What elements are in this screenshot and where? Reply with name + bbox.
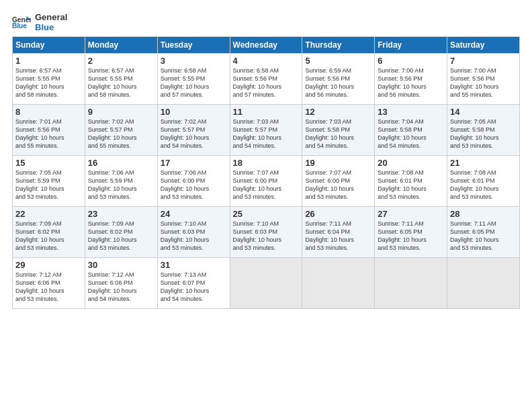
cell-info: Sunrise: 7:07 AM Sunset: 6:00 PM Dayligh…	[305, 169, 371, 201]
calendar-cell: 18Sunrise: 7:07 AM Sunset: 6:00 PM Dayli…	[230, 156, 302, 207]
cell-info: Sunrise: 7:11 AM Sunset: 6:05 PM Dayligh…	[450, 220, 517, 253]
calendar-cell	[447, 258, 520, 309]
day-number: 30	[88, 260, 154, 270]
day-number: 12	[305, 107, 371, 117]
cell-info: Sunrise: 7:04 AM Sunset: 5:58 PM Dayligh…	[378, 118, 444, 150]
cell-info: Sunrise: 6:59 AM Sunset: 5:56 PM Dayligh…	[305, 66, 371, 99]
day-number: 16	[88, 158, 154, 168]
calendar-cell: 12Sunrise: 7:03 AM Sunset: 5:58 PM Dayli…	[302, 105, 375, 156]
calendar-cell: 16Sunrise: 7:06 AM Sunset: 5:59 PM Dayli…	[85, 156, 157, 207]
calendar-cell: 27Sunrise: 7:11 AM Sunset: 6:05 PM Dayli…	[375, 207, 447, 258]
day-number: 23	[88, 209, 154, 219]
cell-info: Sunrise: 7:03 AM Sunset: 5:57 PM Dayligh…	[233, 118, 300, 150]
day-header-friday: Friday	[375, 37, 447, 54]
calendar-cell	[230, 258, 302, 309]
cell-info: Sunrise: 7:05 AM Sunset: 5:58 PM Dayligh…	[450, 118, 517, 150]
day-header-thursday: Thursday	[302, 37, 375, 54]
day-number: 13	[378, 107, 444, 117]
day-number: 25	[233, 209, 300, 219]
cell-info: Sunrise: 7:07 AM Sunset: 6:00 PM Dayligh…	[233, 169, 300, 201]
week-row-4: 22Sunrise: 7:09 AM Sunset: 6:02 PM Dayli…	[13, 207, 520, 258]
day-header-monday: Monday	[85, 37, 157, 54]
calendar-cell: 25Sunrise: 7:10 AM Sunset: 6:03 PM Dayli…	[230, 207, 302, 258]
calendar-cell: 4Sunrise: 6:58 AM Sunset: 5:56 PM Daylig…	[230, 54, 302, 105]
calendar-cell: 21Sunrise: 7:08 AM Sunset: 6:01 PM Dayli…	[447, 156, 520, 207]
week-row-1: 1Sunrise: 6:57 AM Sunset: 5:55 PM Daylig…	[13, 54, 520, 105]
days-header-row: SundayMondayTuesdayWednesdayThursdayFrid…	[13, 37, 520, 54]
calendar-cell: 6Sunrise: 7:00 AM Sunset: 5:56 PM Daylig…	[375, 54, 447, 105]
calendar-cell: 17Sunrise: 7:06 AM Sunset: 6:00 PM Dayli…	[157, 156, 230, 207]
cell-info: Sunrise: 7:11 AM Sunset: 6:05 PM Dayligh…	[378, 220, 444, 253]
day-number: 28	[450, 209, 517, 219]
calendar-cell: 20Sunrise: 7:08 AM Sunset: 6:01 PM Dayli…	[375, 156, 447, 207]
cell-info: Sunrise: 6:57 AM Sunset: 5:55 PM Dayligh…	[15, 66, 82, 99]
day-header-tuesday: Tuesday	[157, 37, 230, 54]
day-number: 31	[161, 260, 227, 270]
day-number: 9	[88, 107, 154, 117]
cell-info: Sunrise: 6:58 AM Sunset: 5:55 PM Dayligh…	[161, 66, 227, 99]
day-header-sunday: Sunday	[13, 37, 85, 54]
day-number: 20	[378, 158, 444, 168]
day-number: 11	[233, 107, 300, 117]
calendar-cell: 5Sunrise: 6:59 AM Sunset: 5:56 PM Daylig…	[302, 54, 375, 105]
calendar-cell: 9Sunrise: 7:02 AM Sunset: 5:57 PM Daylig…	[85, 105, 157, 156]
cell-info: Sunrise: 7:08 AM Sunset: 6:01 PM Dayligh…	[450, 169, 517, 201]
day-number: 18	[233, 158, 300, 168]
calendar-cell: 8Sunrise: 7:01 AM Sunset: 5:56 PM Daylig…	[13, 105, 85, 156]
cell-info: Sunrise: 7:01 AM Sunset: 5:56 PM Dayligh…	[15, 118, 82, 150]
cell-info: Sunrise: 7:13 AM Sunset: 6:07 PM Dayligh…	[161, 271, 227, 304]
cell-info: Sunrise: 7:10 AM Sunset: 6:03 PM Dayligh…	[161, 220, 227, 253]
day-number: 7	[450, 56, 517, 66]
calendar-cell: 28Sunrise: 7:11 AM Sunset: 6:05 PM Dayli…	[447, 207, 520, 258]
calendar-cell: 22Sunrise: 7:09 AM Sunset: 6:02 PM Dayli…	[13, 207, 85, 258]
calendar-cell: 29Sunrise: 7:12 AM Sunset: 6:06 PM Dayli…	[13, 258, 85, 309]
day-number: 24	[161, 209, 227, 219]
day-number: 10	[161, 107, 227, 117]
calendar-cell	[302, 258, 375, 309]
calendar-cell: 14Sunrise: 7:05 AM Sunset: 5:58 PM Dayli…	[447, 105, 520, 156]
calendar-cell: 1Sunrise: 6:57 AM Sunset: 5:55 PM Daylig…	[13, 54, 85, 105]
cell-info: Sunrise: 7:03 AM Sunset: 5:58 PM Dayligh…	[305, 118, 371, 150]
cell-info: Sunrise: 6:58 AM Sunset: 5:56 PM Dayligh…	[233, 66, 300, 99]
cell-info: Sunrise: 7:09 AM Sunset: 6:02 PM Dayligh…	[88, 220, 154, 253]
calendar-cell: 3Sunrise: 6:58 AM Sunset: 5:55 PM Daylig…	[157, 54, 230, 105]
cell-info: Sunrise: 7:02 AM Sunset: 5:57 PM Dayligh…	[161, 118, 227, 150]
cell-info: Sunrise: 7:09 AM Sunset: 6:02 PM Dayligh…	[15, 220, 82, 253]
calendar-cell: 23Sunrise: 7:09 AM Sunset: 6:02 PM Dayli…	[85, 207, 157, 258]
calendar-cell: 30Sunrise: 7:12 AM Sunset: 6:06 PM Dayli…	[85, 258, 157, 309]
day-number: 22	[15, 209, 82, 219]
day-number: 27	[378, 209, 444, 219]
cell-info: Sunrise: 7:08 AM Sunset: 6:01 PM Dayligh…	[378, 169, 444, 201]
day-number: 6	[378, 56, 444, 66]
calendar-cell	[375, 258, 447, 309]
day-number: 2	[88, 56, 154, 66]
cell-info: Sunrise: 7:06 AM Sunset: 5:59 PM Dayligh…	[88, 169, 154, 201]
calendar-cell: 13Sunrise: 7:04 AM Sunset: 5:58 PM Dayli…	[375, 105, 447, 156]
day-number: 15	[15, 158, 82, 168]
calendar-cell: 31Sunrise: 7:13 AM Sunset: 6:07 PM Dayli…	[157, 258, 230, 309]
svg-text:Blue: Blue	[12, 22, 27, 30]
calendar-cell: 15Sunrise: 7:05 AM Sunset: 5:59 PM Dayli…	[13, 156, 85, 207]
day-number: 21	[450, 158, 517, 168]
calendar-cell: 10Sunrise: 7:02 AM Sunset: 5:57 PM Dayli…	[157, 105, 230, 156]
day-number: 1	[15, 56, 82, 66]
day-number: 5	[305, 56, 371, 66]
calendar-cell: 26Sunrise: 7:11 AM Sunset: 6:04 PM Dayli…	[302, 207, 375, 258]
cell-info: Sunrise: 7:12 AM Sunset: 6:06 PM Dayligh…	[15, 271, 82, 304]
calendar-cell: 7Sunrise: 7:00 AM Sunset: 5:56 PM Daylig…	[447, 54, 520, 105]
week-row-5: 29Sunrise: 7:12 AM Sunset: 6:06 PM Dayli…	[13, 258, 520, 309]
day-number: 3	[161, 56, 227, 66]
header: General Blue General Blue	[12, 12, 520, 32]
logo: General Blue General Blue	[12, 12, 67, 32]
cell-info: Sunrise: 7:05 AM Sunset: 5:59 PM Dayligh…	[15, 169, 82, 201]
cell-info: Sunrise: 7:00 AM Sunset: 5:56 PM Dayligh…	[378, 66, 444, 99]
day-number: 19	[305, 158, 371, 168]
calendar-cell: 24Sunrise: 7:10 AM Sunset: 6:03 PM Dayli…	[157, 207, 230, 258]
cell-info: Sunrise: 7:02 AM Sunset: 5:57 PM Dayligh…	[88, 118, 154, 150]
calendar-cell: 19Sunrise: 7:07 AM Sunset: 6:00 PM Dayli…	[302, 156, 375, 207]
day-number: 26	[305, 209, 371, 219]
cell-info: Sunrise: 6:57 AM Sunset: 5:55 PM Dayligh…	[88, 66, 154, 99]
cell-info: Sunrise: 7:10 AM Sunset: 6:03 PM Dayligh…	[233, 220, 300, 253]
cell-info: Sunrise: 7:06 AM Sunset: 6:00 PM Dayligh…	[161, 169, 227, 201]
logo-blue: Blue	[35, 22, 67, 32]
